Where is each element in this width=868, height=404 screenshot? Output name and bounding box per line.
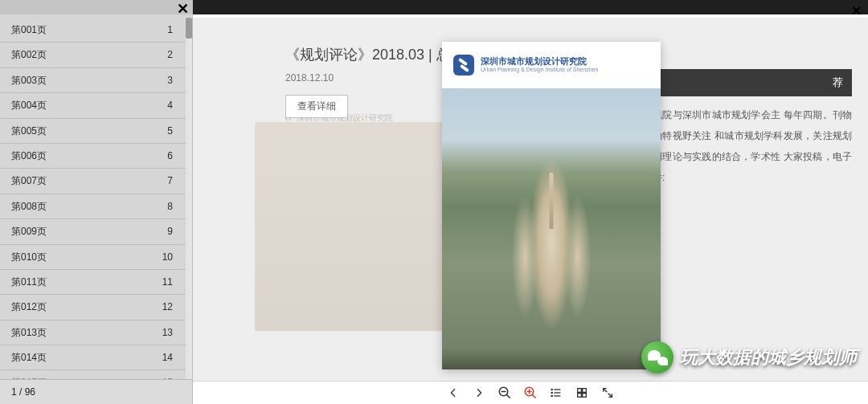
page-item-label: 第014页: [11, 345, 47, 369]
page-item-label: 第004页: [11, 93, 47, 117]
page-item-number: 3: [167, 68, 173, 92]
page-item-label: 第002页: [11, 43, 47, 67]
article-thumbnail[interactable]: [255, 122, 464, 331]
fullscreen-icon[interactable]: [600, 386, 615, 400]
page-item-number: 10: [162, 245, 173, 269]
page-item-label: 第007页: [11, 169, 47, 193]
page-item-number: 1: [167, 18, 173, 42]
page-list-item[interactable]: 第008页8: [0, 194, 186, 219]
page-item-label: 第006页: [11, 144, 47, 168]
page-item-number: 14: [162, 345, 173, 369]
svg-point-11: [551, 392, 552, 393]
view-detail-button[interactable]: 查看详细: [285, 95, 348, 118]
institute-logo-icon: [453, 55, 474, 75]
page-item-number: 2: [167, 43, 173, 67]
page-item-label: 第005页: [11, 119, 47, 143]
svg-rect-13: [578, 389, 582, 393]
page-list-item[interactable]: 第002页2: [0, 43, 186, 67]
close-icon[interactable]: ✕: [851, 3, 862, 18]
thumbnails-icon[interactable]: [575, 386, 589, 400]
page-list-item[interactable]: 第006页6: [0, 144, 186, 169]
cover-title: 深圳市城市规划设计研究院 Urban Planning & Design Ins…: [481, 56, 598, 74]
cover-title-cn: 深圳市城市规划设计研究院: [481, 56, 587, 66]
page-item-number: 12: [162, 295, 173, 319]
page-list-item[interactable]: 第003页3: [0, 68, 186, 93]
viewer-toolbar: [193, 381, 868, 404]
next-page-icon[interactable]: [472, 386, 486, 400]
svg-point-10: [551, 389, 552, 390]
svg-line-1: [506, 394, 510, 398]
svg-line-4: [532, 394, 536, 398]
zoom-in-icon[interactable]: [523, 386, 538, 400]
page-counter: 1 / 96: [0, 379, 192, 404]
page-item-number: 9: [167, 219, 173, 243]
page-item-number: 8: [167, 194, 173, 218]
toc-icon[interactable]: [549, 386, 563, 400]
page-list-item[interactable]: 第004页4: [0, 93, 186, 118]
page-item-label: 第012页: [11, 295, 47, 319]
wechat-account-name: 玩大数据的城乡规划师: [680, 345, 857, 369]
page-item-number: 6: [167, 144, 173, 168]
svg-rect-15: [578, 394, 582, 398]
page-list-sidebar: ✕ 第001页1第002页2第003页3第004页4第005页5第006页6第0…: [0, 0, 193, 404]
page-list-item[interactable]: 第010页10: [0, 245, 186, 270]
svg-point-12: [551, 395, 552, 396]
page-list-item[interactable]: 第014页14: [0, 345, 186, 370]
page-list-item[interactable]: 第007页7: [0, 169, 186, 194]
page-item-label: 第010页: [11, 245, 47, 269]
cover-image: [442, 88, 661, 369]
page-list-item[interactable]: 第001页1: [0, 18, 186, 43]
page-list-item[interactable]: 第013页13: [0, 320, 186, 345]
page-item-label: 第009页: [11, 219, 47, 243]
prev-page-icon[interactable]: [446, 386, 461, 400]
svg-line-18: [608, 394, 612, 398]
page-item-number: 4: [167, 93, 173, 117]
page-item-number: 7: [167, 169, 173, 193]
page-item-number: 13: [162, 320, 173, 345]
page-list-item[interactable]: 第012页12: [0, 295, 186, 320]
page-item-label: 第013页: [11, 320, 47, 345]
magazine-page-preview[interactable]: 深圳市城市规划设计研究院 Urban Planning & Design Ins…: [442, 42, 661, 369]
wechat-watermark: 玩大数据的城乡规划师: [641, 341, 857, 373]
cover-header: 深圳市城市规划设计研究院 Urban Planning & Design Ins…: [442, 42, 661, 88]
zoom-out-icon[interactable]: [497, 386, 512, 400]
sidebar-close-icon[interactable]: ✕: [177, 0, 189, 18]
svg-rect-14: [583, 389, 587, 393]
sidebar-header-char: 荐: [643, 76, 843, 88]
page-item-number: 5: [167, 119, 173, 143]
article-excerpt: 深规院与深圳市城市规划学会主 每年四期。刊物以独特视野关注 和城市规划学科发展，…: [643, 104, 852, 188]
wechat-logo-icon: [641, 341, 674, 373]
page-item-number: 11: [162, 270, 173, 294]
page-list-item[interactable]: 第005页5: [0, 119, 186, 144]
sidebar-scroll-thumb[interactable]: [186, 18, 192, 39]
page-list-item[interactable]: 第009页9: [0, 219, 186, 244]
page-list[interactable]: 第001页1第002页2第003页3第004页4第005页5第006页6第007…: [0, 18, 186, 380]
page-list-item[interactable]: 第011页11: [0, 270, 186, 295]
page-item-label: 第011页: [11, 270, 47, 294]
page-item-label: 第003页: [11, 68, 47, 92]
svg-rect-16: [583, 394, 587, 398]
page-item-label: 第008页: [11, 194, 47, 218]
svg-line-17: [604, 389, 608, 393]
sidebar-header-bar: 荐: [643, 69, 852, 96]
page-item-label: 第001页: [11, 18, 47, 42]
sidebar-scrollbar[interactable]: [186, 18, 192, 380]
cover-title-en: Urban Planning & Design Institute of She…: [481, 67, 598, 73]
